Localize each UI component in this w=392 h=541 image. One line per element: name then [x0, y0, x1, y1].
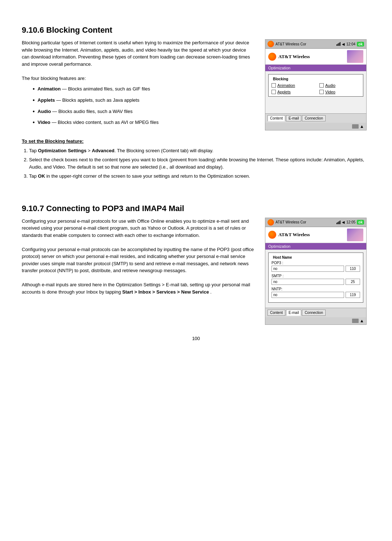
- phone1-blocking-section: Blocking Animation Audio Applets: [268, 74, 363, 97]
- section2-title: 9.10.7 Connecting to POP3 and IMAP4 Mail: [22, 204, 370, 213]
- phone2-header-title: AT&T Wireless Cor: [275, 220, 306, 224]
- tab-connection[interactable]: Connection: [302, 115, 326, 121]
- checkbox-video-label: Video: [325, 90, 335, 94]
- checkbox-animation-label: Animation: [277, 83, 295, 88]
- section2-para1: Configuring your personal e-mail protoco…: [22, 218, 254, 239]
- phone2-tab-email[interactable]: E-mail: [286, 310, 301, 316]
- bullet-animation-text: Animation — Blocks animated files, such …: [38, 85, 150, 93]
- phone2-optimization-bar: Optimization: [265, 243, 366, 250]
- checkbox-applets-label: Applets: [277, 90, 291, 94]
- phone2-att-brand-globe-icon: [268, 231, 276, 239]
- phone2-mockup-col: AT&T Wireless Cor ◀ 12:05 ok: [265, 218, 370, 325]
- section1-four-features: The four blocking features are:: [22, 75, 254, 82]
- keyboard-icon: [352, 124, 359, 129]
- phone2-smtp-inputs: [271, 279, 360, 285]
- section2-para3-end: .: [210, 289, 212, 295]
- phone1-blocking-grid: Animation Audio Applets Video: [271, 83, 360, 94]
- tab-content[interactable]: Content: [268, 115, 285, 121]
- phone2-time: 12:05: [346, 220, 355, 224]
- att-brand-globe-icon: [268, 53, 276, 61]
- signal-bars: [336, 42, 340, 46]
- phone2-ok-badge: ok: [357, 220, 364, 225]
- phone1-time: 12:04: [346, 42, 355, 46]
- section2-para2: Configuring your personal e-mail protoco…: [22, 246, 254, 274]
- phone1-mockup: AT&T Wireless Cor ◀ 12:04 ok: [265, 39, 367, 130]
- pop3-input[interactable]: [271, 266, 344, 272]
- phone1-body: Blocking Animation Audio Applets: [265, 71, 366, 102]
- att-globe-icon: [268, 41, 274, 47]
- phone2-signal-time: ◀ 12:05 ok: [336, 220, 364, 225]
- phone2-tab-connection[interactable]: Connection: [302, 310, 326, 316]
- nntp-port[interactable]: [346, 292, 360, 298]
- phone2-nntp-inputs: [271, 292, 360, 298]
- phone2-header: AT&T Wireless Cor ◀ 12:05 ok: [265, 218, 366, 227]
- phone2-mockup: AT&T Wireless Cor ◀ 12:05 ok: [265, 218, 367, 325]
- blocking-item-audio[interactable]: Audio: [319, 83, 360, 88]
- step-3: Tap OK in the upper-right corner of the …: [29, 173, 370, 180]
- phone1-speaker-icon: ◀: [342, 42, 345, 46]
- phone1-bottom-bar: ▲: [265, 123, 366, 130]
- checkbox-animation[interactable]: [271, 83, 276, 88]
- step-1: Tap Optimization Settings > Advanced. Th…: [29, 147, 370, 154]
- phone1-header: AT&T Wireless Cor ◀ 12:04 ok: [265, 40, 366, 49]
- phone2-brand-name: AT&T Wireless: [278, 232, 310, 238]
- phone2-pop3-row: POP3 :: [271, 261, 360, 272]
- section1-title: 9.10.6 Blocking Content: [22, 25, 370, 35]
- phone1-header-title: AT&T Wireless Cor: [275, 42, 306, 46]
- phone1-brand-image: [347, 50, 363, 63]
- section1-text-col: Blocking particular types of Internet co…: [22, 39, 254, 130]
- phone1-brand-name: AT&T Wireless: [278, 54, 310, 60]
- pop3-port[interactable]: [346, 266, 360, 272]
- phone2-pop3-inputs: [271, 266, 360, 272]
- phone2-optimization-label: Optimization: [268, 244, 290, 249]
- phone2-nntp-label: NNTP:: [271, 287, 360, 291]
- phone2-tab-content[interactable]: Content: [268, 310, 285, 316]
- blocking-item-video[interactable]: Video: [319, 90, 360, 94]
- phone1-signal-time: ◀ 12:04 ok: [336, 42, 364, 47]
- smtp-port[interactable]: [346, 279, 360, 285]
- bullet-animation: Animation — Blocks animated files, such …: [33, 85, 254, 93]
- section2-para3-bold: Start > Inbox > Services > New Service: [122, 289, 209, 295]
- section2-para3: Although e-mail inputs are stored here i…: [22, 281, 254, 295]
- checkbox-audio-label: Audio: [325, 83, 335, 88]
- checkbox-audio[interactable]: [319, 83, 324, 88]
- phone2-pop3-label: POP3 :: [271, 261, 360, 265]
- bullet-audio-text: Audio — Blocks audio files, such a WAV f…: [38, 108, 133, 115]
- bullet-video-text: Video — Blocks video content, such as AV…: [38, 119, 159, 126]
- phone2-host-label: Host Name: [271, 255, 293, 259]
- blocking-item-animation[interactable]: Animation: [271, 83, 312, 88]
- smtp-input[interactable]: [271, 279, 344, 285]
- section1-intro: Blocking particular types of Internet co…: [22, 39, 254, 68]
- phone2-smtp-row: SMTP :: [271, 274, 360, 285]
- step-2: Select the check boxes next to the conte…: [29, 156, 370, 170]
- phone1-mockup-col: AT&T Wireless Cor ◀ 12:04 ok: [265, 39, 370, 130]
- phone1-brand-bar: AT&T Wireless: [265, 49, 366, 65]
- nntp-input[interactable]: [271, 292, 344, 298]
- phone2-tab-bar: Content E-mail Connection: [265, 308, 366, 317]
- blocking-item-applets[interactable]: Applets: [271, 90, 312, 94]
- phone2-host-section: Host Name POP3 : SMTP :: [268, 253, 363, 303]
- phone2-signal-bars: [336, 221, 340, 224]
- instructions-steps: Tap Optimization Settings > Advanced. Th…: [29, 147, 370, 180]
- phone2-keyboard-icon: [352, 319, 359, 323]
- checkbox-video[interactable]: [319, 90, 324, 94]
- phone1-header-left: AT&T Wireless Cor: [268, 41, 306, 47]
- bullet-applets: Applets — Blocks applets, such as Java a…: [33, 97, 254, 104]
- phone2-header-left: AT&T Wireless Cor: [268, 219, 306, 226]
- section1-instructions: To set the Blocking feature: Tap Optimiz…: [22, 138, 370, 180]
- instructions-title: To set the Blocking feature:: [22, 138, 370, 145]
- phone2-body: Host Name POP3 : SMTP :: [265, 250, 366, 308]
- phone2-bottom-bar: ▲: [265, 317, 366, 324]
- tab-email[interactable]: E-mail: [286, 115, 301, 121]
- section1-bullets: Animation — Blocks animated files, such …: [33, 85, 254, 126]
- phone1-spacer: [265, 102, 366, 113]
- phone1-optimization-bar: Optimization: [265, 65, 366, 71]
- phone2-att-globe-icon: [268, 219, 274, 226]
- phone2-att-brand-logo: [268, 231, 276, 239]
- arrow-up-icon: ▲: [360, 124, 364, 129]
- phone2-brand-image: [347, 229, 363, 241]
- bullet-applets-text: Applets — Blocks applets, such as Java a…: [38, 97, 139, 104]
- checkbox-applets[interactable]: [271, 90, 276, 94]
- phone2-nntp-row: NNTP:: [271, 287, 360, 298]
- att-brand-logo: [268, 53, 276, 61]
